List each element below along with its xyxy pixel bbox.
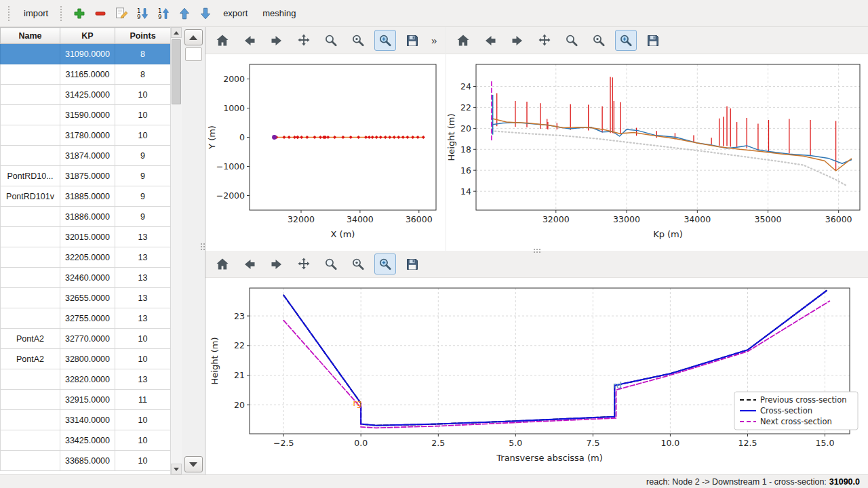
home-button[interactable] bbox=[212, 30, 233, 51]
table-row[interactable]: 33685.000010 bbox=[1, 451, 171, 471]
cell-kp[interactable]: 32655.0000 bbox=[60, 288, 115, 308]
cell-name[interactable] bbox=[1, 369, 60, 390]
home-button[interactable] bbox=[212, 253, 233, 274]
cross-section-chart[interactable]: rgrd−2.50.02.55.07.510.012.515.020212223… bbox=[205, 278, 868, 474]
cell-name[interactable] bbox=[1, 390, 60, 410]
cell-kp[interactable]: 31885.0000 bbox=[60, 186, 115, 207]
cell-points[interactable]: 13 bbox=[115, 308, 171, 329]
back-button[interactable] bbox=[239, 253, 260, 274]
cell-kp[interactable]: 33140.0000 bbox=[60, 410, 115, 430]
horizontal-splitter-handle[interactable] bbox=[533, 248, 541, 253]
vertical-splitter-handle[interactable] bbox=[200, 243, 205, 251]
cell-kp[interactable]: 31780.0000 bbox=[60, 125, 115, 146]
forward-button[interactable] bbox=[266, 253, 288, 274]
table-row[interactable]: 31165.00008 bbox=[1, 64, 171, 85]
cell-points[interactable]: 8 bbox=[115, 64, 171, 85]
cell-kp[interactable]: 32015.0000 bbox=[60, 227, 115, 247]
zoom-rect-button[interactable] bbox=[320, 253, 342, 274]
cell-points[interactable]: 11 bbox=[115, 390, 171, 410]
toolbar-handle[interactable] bbox=[8, 6, 12, 21]
cell-points[interactable]: 8 bbox=[115, 44, 171, 64]
zoom-rect-button[interactable] bbox=[320, 30, 342, 51]
cell-points[interactable]: 10 bbox=[115, 430, 171, 451]
cell-kp[interactable]: 31165.0000 bbox=[60, 64, 115, 85]
cell-points[interactable]: 10 bbox=[115, 85, 171, 105]
cell-name[interactable] bbox=[1, 146, 60, 166]
column-header-name[interactable]: Name bbox=[1, 28, 60, 44]
home-button[interactable] bbox=[452, 30, 474, 51]
cell-name[interactable] bbox=[1, 85, 60, 105]
sort-descending-button[interactable]: 19 bbox=[132, 3, 152, 23]
cell-name[interactable] bbox=[1, 268, 60, 288]
cell-points[interactable]: 9 bbox=[115, 166, 171, 186]
table-row[interactable]: 31780.000010 bbox=[1, 125, 171, 146]
cell-name[interactable] bbox=[1, 430, 60, 451]
cell-kp[interactable]: 33685.0000 bbox=[60, 451, 115, 471]
zoom-window-button[interactable] bbox=[374, 253, 396, 274]
cell-name[interactable] bbox=[1, 105, 60, 125]
table-row[interactable]: PontRD101v31885.00009 bbox=[1, 186, 171, 207]
cell-name[interactable]: PontRD101v bbox=[1, 186, 60, 207]
cell-points[interactable]: 13 bbox=[115, 227, 171, 247]
cell-kp[interactable]: 31090.0000 bbox=[60, 44, 115, 64]
zoom-rect-button[interactable] bbox=[561, 30, 583, 51]
table-row[interactable]: 32460.000013 bbox=[1, 268, 171, 288]
table-row[interactable]: 32015.000013 bbox=[1, 227, 171, 247]
add-cross-section-button[interactable] bbox=[69, 3, 89, 23]
table-row[interactable]: 32820.000013 bbox=[1, 369, 171, 390]
pan-button[interactable] bbox=[534, 30, 555, 51]
zoom-axes-button[interactable] bbox=[347, 30, 369, 51]
cell-name[interactable] bbox=[1, 227, 60, 247]
cell-name[interactable] bbox=[1, 308, 60, 329]
cell-kp[interactable]: 32205.0000 bbox=[60, 247, 115, 268]
cell-points[interactable]: 9 bbox=[115, 207, 171, 227]
cell-kp[interactable]: 32800.0000 bbox=[60, 349, 115, 369]
back-button[interactable] bbox=[239, 30, 260, 51]
column-header-kp[interactable]: KP bbox=[60, 28, 115, 44]
table-row[interactable]: 32655.000013 bbox=[1, 288, 171, 308]
cell-kp[interactable]: 32915.0000 bbox=[60, 390, 115, 410]
cell-name[interactable] bbox=[1, 125, 60, 146]
scroll-up-button[interactable] bbox=[171, 27, 182, 38]
save-figure-button[interactable] bbox=[401, 30, 423, 51]
cell-kp[interactable]: 32755.0000 bbox=[60, 308, 115, 329]
cell-points[interactable]: 10 bbox=[115, 105, 171, 125]
table-row[interactable]: 33140.000010 bbox=[1, 410, 171, 430]
profile-chart[interactable]: 3200033000340003500036000141618202224Kp … bbox=[446, 54, 867, 251]
remove-cross-section-button[interactable] bbox=[90, 3, 110, 23]
cell-points[interactable]: 10 bbox=[115, 451, 171, 471]
save-figure-button[interactable] bbox=[401, 253, 423, 274]
table-row[interactable]: 31590.000010 bbox=[1, 105, 171, 125]
cell-points[interactable]: 13 bbox=[115, 369, 171, 390]
table-row[interactable]: 33425.000010 bbox=[1, 430, 171, 451]
scroll-down-button[interactable] bbox=[171, 464, 182, 474]
cell-kp[interactable]: 33425.0000 bbox=[60, 430, 115, 451]
meshing-button[interactable]: meshing bbox=[256, 5, 302, 22]
toolbar-overflow-button[interactable]: » bbox=[429, 33, 439, 47]
cell-kp[interactable]: 31874.0000 bbox=[60, 146, 115, 166]
cell-points[interactable]: 9 bbox=[115, 146, 171, 166]
move-down-button[interactable] bbox=[195, 3, 215, 23]
table-row[interactable]: 32755.000013 bbox=[1, 308, 171, 329]
zoom-axes-button[interactable] bbox=[347, 253, 369, 274]
edit-cross-section-button[interactable] bbox=[111, 3, 131, 23]
table-row[interactable]: 32205.000013 bbox=[1, 247, 171, 268]
table-row[interactable]: 31090.00008 bbox=[1, 44, 171, 64]
cell-name[interactable]: PontRD10... bbox=[1, 166, 60, 186]
forward-button[interactable] bbox=[266, 30, 288, 51]
cell-name[interactable]: PontA2 bbox=[1, 329, 60, 349]
table-row[interactable]: PontA232800.000010 bbox=[1, 349, 171, 369]
forward-button[interactable] bbox=[507, 30, 528, 51]
move-up-button[interactable] bbox=[174, 3, 194, 23]
cell-points[interactable]: 10 bbox=[115, 125, 171, 146]
scrollbar-track[interactable] bbox=[171, 38, 182, 464]
toolbar-handle[interactable] bbox=[60, 6, 64, 21]
import-button[interactable]: import bbox=[17, 5, 55, 22]
move-row-down-button[interactable] bbox=[184, 456, 203, 472]
cell-kp[interactable]: 31886.0000 bbox=[60, 207, 115, 227]
pan-button[interactable] bbox=[293, 253, 315, 274]
scrollbar-thumb[interactable] bbox=[172, 39, 181, 104]
column-header-points[interactable]: Points bbox=[115, 28, 171, 44]
cell-kp[interactable]: 32820.0000 bbox=[60, 369, 115, 390]
save-figure-button[interactable] bbox=[642, 30, 664, 51]
